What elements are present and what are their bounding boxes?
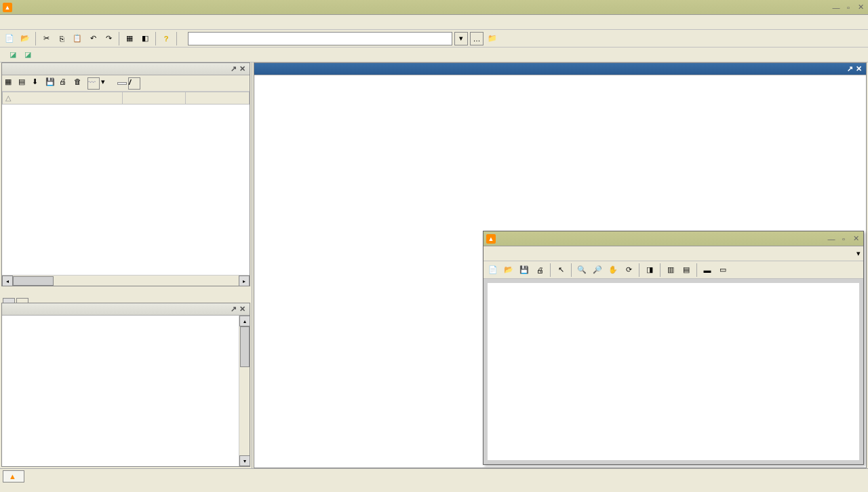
copy-icon[interactable]: ⎘ <box>55 32 68 45</box>
open-file-icon[interactable]: 📂 <box>18 32 32 45</box>
start-icon: ▲ <box>9 472 16 480</box>
menu-edit[interactable] <box>16 21 30 24</box>
scroll-down-icon[interactable]: ▾ <box>239 455 250 466</box>
paste-icon[interactable]: 📋 <box>71 32 84 45</box>
whats-new-link[interactable]: ◪ <box>24 50 33 59</box>
fig-menu-desktop[interactable] <box>554 252 568 255</box>
start-button[interactable]: ▲ <box>3 470 24 482</box>
fig-menu-window[interactable] <box>568 252 581 255</box>
figure-close-icon[interactable]: ✕ <box>851 234 861 244</box>
fig-menu-insert[interactable] <box>527 252 540 255</box>
figure-logo-icon: ▲ <box>486 234 496 244</box>
fig-menu-chevron-icon[interactable]: ▾ <box>856 249 861 258</box>
new-file-icon[interactable]: 📄 <box>3 32 16 45</box>
main-titlebar: ▲ — ▫ ✕ <box>0 0 868 15</box>
shortcut-bar: ◪ ◪ <box>0 48 868 62</box>
fig-colorbar-icon[interactable]: ▥ <box>664 263 677 277</box>
menu-help[interactable] <box>71 21 84 24</box>
print-icon[interactable]: 🖨 <box>59 77 71 90</box>
close-icon[interactable]: ✕ <box>856 3 865 12</box>
minimize-icon[interactable]: — <box>831 3 841 12</box>
plot-dropdown-icon[interactable]: ▾ <box>101 77 113 90</box>
history-close-icon[interactable]: ✕ <box>238 305 247 314</box>
command-window-header: ↗ ✕ <box>254 63 866 75</box>
maximize-icon[interactable]: ▫ <box>844 3 853 12</box>
stack-refresh-icon[interactable]: / <box>128 77 140 90</box>
status-bar: ▲ <box>0 468 868 483</box>
fig-print-icon[interactable]: 🖨 <box>533 263 547 277</box>
fig-pointer-icon[interactable]: ↖ <box>554 263 568 277</box>
history-scroll-thumb[interactable] <box>240 326 250 367</box>
history-header: ↗ ✕ <box>2 303 250 316</box>
new-var-icon[interactable]: ▦ <box>5 77 17 90</box>
scroll-left-icon[interactable]: ◂ <box>2 276 13 286</box>
menu-window[interactable] <box>57 21 71 24</box>
stack-selector[interactable] <box>117 82 127 85</box>
figure-titlebar[interactable]: ▲ — ▫ ✕ <box>484 231 863 246</box>
fig-open-icon[interactable]: 📂 <box>502 263 515 277</box>
dir-dropdown-icon[interactable]: ▾ <box>454 32 468 45</box>
browse-dir-icon[interactable]: … <box>470 32 484 45</box>
scroll-right-icon[interactable]: ▸ <box>239 276 250 286</box>
workspace-hscrollbar[interactable]: ◂ ▸ <box>2 275 250 286</box>
tab-current-directory[interactable] <box>3 298 15 303</box>
current-dir-input[interactable] <box>188 32 452 45</box>
undock-icon[interactable]: ↗ <box>229 64 238 73</box>
fig-menu-view[interactable] <box>513 252 527 255</box>
matlab-logo-icon: ▲ <box>3 3 12 12</box>
col-name[interactable]: △ <box>3 92 123 105</box>
whats-new-icon: ◪ <box>24 50 31 58</box>
col-class[interactable] <box>186 92 250 105</box>
figure-minimize-icon[interactable]: — <box>827 234 836 244</box>
delete-var-icon[interactable]: 🗑 <box>74 77 86 90</box>
guide-icon[interactable]: ◧ <box>138 32 152 45</box>
figure-menubar: ▾ <box>484 246 863 261</box>
history-undock-icon[interactable]: ↗ <box>229 305 238 314</box>
fig-save-icon[interactable]: 💾 <box>517 263 531 277</box>
figure-canvas <box>484 279 863 464</box>
fig-rotate-icon[interactable]: ⟳ <box>622 263 635 277</box>
plot-var-icon[interactable]: 〰 <box>87 77 100 90</box>
import-icon[interactable]: ⬇ <box>32 77 44 90</box>
workspace-table[interactable]: △ <box>2 92 250 275</box>
fig-new-icon[interactable]: 📄 <box>486 263 500 277</box>
how-to-add-link[interactable]: ◪ <box>9 50 18 59</box>
fig-legend-icon[interactable]: ▤ <box>679 263 693 277</box>
fig-menu-edit[interactable] <box>500 252 513 255</box>
fig-show-tools-icon[interactable]: ▭ <box>716 263 730 277</box>
fig-hide-tools-icon[interactable]: ▬ <box>701 263 714 277</box>
col-value[interactable] <box>122 92 186 105</box>
history-vscrollbar[interactable]: ▴ ▾ <box>239 316 250 466</box>
workspace-header: ↗ ✕ <box>2 63 250 75</box>
help-icon[interactable]: ? <box>159 32 173 45</box>
undo-icon[interactable]: ↶ <box>86 32 100 45</box>
fig-menu-help[interactable] <box>581 252 595 255</box>
figure-maximize-icon[interactable]: ▫ <box>839 234 848 244</box>
fig-menu-file[interactable] <box>486 252 500 255</box>
cut-icon[interactable]: ✂ <box>39 32 53 45</box>
cmdwin-undock-icon[interactable]: ↗ <box>846 64 854 73</box>
tab-workspace[interactable] <box>16 298 28 303</box>
parent-dir-icon[interactable]: 📁 <box>486 32 499 45</box>
fig-menu-tools[interactable] <box>540 252 554 255</box>
history-body[interactable]: ▴ ▾ <box>2 316 250 466</box>
menu-desktop[interactable] <box>43 21 57 24</box>
gantt-chart <box>488 283 859 460</box>
scroll-up-icon[interactable]: ▴ <box>239 316 250 326</box>
fig-datacursor-icon[interactable]: ◨ <box>643 263 656 277</box>
fig-pan-icon[interactable]: ✋ <box>606 263 620 277</box>
menu-debug[interactable] <box>30 21 43 24</box>
save-ws-icon[interactable]: 💾 <box>45 77 58 90</box>
open-var-icon[interactable]: ▤ <box>18 77 31 90</box>
fig-zoomout-icon[interactable]: 🔎 <box>591 263 604 277</box>
panel-close-icon[interactable]: ✕ <box>238 64 247 73</box>
menu-file[interactable] <box>3 21 16 24</box>
fig-zoomin-icon[interactable]: 🔍 <box>575 263 589 277</box>
figure-plot[interactable] <box>488 283 859 460</box>
figure-window[interactable]: ▲ — ▫ ✕ ▾ 📄 📂 💾 🖨 ↖ 🔍 🔎 ✋ ⟳ ◨ ▥ <box>483 231 864 465</box>
cmdwin-close-icon[interactable]: ✕ <box>854 64 863 73</box>
scroll-thumb[interactable] <box>13 276 54 286</box>
simulink-icon[interactable]: ▦ <box>123 32 136 45</box>
redo-icon[interactable]: ↷ <box>102 32 115 45</box>
workspace-toolbar: ▦ ▤ ⬇ 💾 🖨 🗑 〰 ▾ / <box>2 75 250 92</box>
